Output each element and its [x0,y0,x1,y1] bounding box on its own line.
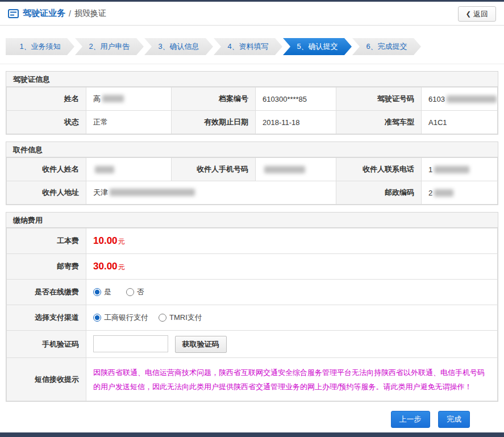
sms-code-label: 手机验证码 [7,331,86,358]
back-arrow-icon: ❮ [466,10,471,18]
recipient-phone-value: 1 [422,158,498,181]
table-row: 姓名 高 档案编号 610300****85 驾驶证号码 6103 [7,88,498,111]
production-fee-amount: 10.00 [93,235,118,246]
file-no-label: 档案编号 [172,88,256,111]
payment-channel-tmri-radio[interactable] [159,314,166,322]
sms-notice-text: 因陕西省联通、电信运营商技术问题，陕西省互联网交通安全综合服务管理平台无法向持陕… [86,358,498,401]
table-row: 工本费 10.00元 [7,228,498,254]
step-wizard: 1、业务须知 2、用户申告 3、确认信息 4、资料填写 5、确认提交 6、完成提… [0,26,504,64]
step-1-business-notice: 1、业务须知 [6,38,74,55]
back-button-label: 返回 [473,9,488,19]
postal-code-value-text: 2 [428,189,432,197]
step-6-complete-submit: 6、完成提交 [352,38,421,55]
sms-notice-label: 短信接收提示 [7,358,86,401]
fees-section: 缴纳费用 工本费 10.00元 邮寄费 30.00元 是否在线缴费 [6,212,498,402]
table-row: 是否在线缴费 是 否 [7,280,498,305]
fees-title: 缴纳费用 [6,213,498,228]
license-no-value: 6103 [422,88,498,111]
step-2-user-declaration: 2、用户申告 [75,38,144,55]
online-payment-label: 是否在线缴费 [7,280,86,305]
recipient-name-value [86,158,172,181]
table-row: 状态 正常 有效期止日期 2018-11-18 准驾车型 A1C1 [7,111,498,134]
online-payment-options: 是 否 [86,280,498,305]
license-info-title: 驾驶证信息 [6,72,498,87]
expiry-value: 2018-11-18 [256,111,336,134]
header: 驾驶证业务 / 损毁换证 ❮ 返回 [0,2,504,26]
redacted-blur [447,95,497,103]
payment-channel-icbc-option[interactable]: 工商银行支付 [93,313,148,323]
expiry-label: 有效期止日期 [172,111,256,134]
online-payment-no-radio[interactable] [126,288,134,296]
pickup-info-table: 收件人姓名 收件人手机号码 收件人联系电话 1 收件人地址 天津 邮政编码 2 [6,157,498,205]
production-fee-value: 10.00元 [86,228,498,254]
table-row: 手机验证码 获取验证码 [7,331,498,358]
finish-button[interactable]: 完成 [438,411,470,428]
breadcrumb-current: 损毁换证 [74,9,106,19]
postal-code-value: 2 [422,181,498,205]
postage-fee-value: 30.00元 [86,254,498,280]
name-value-text: 高 [93,94,101,103]
file-no-value: 610300****85 [256,88,336,111]
table-row: 邮寄费 30.00元 [7,254,498,280]
footer-actions: 上一步 完成 [0,411,470,428]
postage-fee-label: 邮寄费 [7,254,86,280]
license-no-value-text: 6103 [428,95,445,103]
pickup-info-title: 取件信息 [6,142,498,157]
back-button[interactable]: ❮ 返回 [458,6,496,22]
name-label: 姓名 [7,88,86,111]
recipient-name-label: 收件人姓名 [7,158,86,181]
recipient-address-value: 天津 [86,181,336,205]
redacted-blur [102,95,124,102]
recipient-mobile-value [256,158,336,181]
license-info-table: 姓名 高 档案编号 610300****85 驾驶证号码 6103 状态 正常 … [6,87,498,134]
redacted-blur [110,189,195,196]
postal-code-label: 邮政编码 [336,181,422,205]
status-label: 状态 [7,111,86,134]
breadcrumb-separator: / [69,9,71,18]
online-payment-yes-option[interactable]: 是 [93,287,111,297]
table-row: 收件人姓名 收件人手机号码 收件人联系电话 1 [7,158,498,181]
payment-channel-options: 工商银行支付 TMRI支付 [86,305,498,331]
redacted-blur [95,166,114,173]
fees-table: 工本费 10.00元 邮寄费 30.00元 是否在线缴费 是 [6,228,498,401]
redacted-blur [264,166,305,173]
recipient-phone-label: 收件人联系电话 [336,158,422,181]
payment-channel-icbc-label: 工商银行支付 [104,313,148,323]
table-row: 收件人地址 天津 邮政编码 2 [7,181,498,205]
license-no-label: 驾驶证号码 [336,88,422,111]
payment-channel-tmri-label: TMRI支付 [169,313,202,323]
postage-fee-amount: 30.00 [93,261,118,272]
payment-channel-tmri-option[interactable]: TMRI支付 [159,313,202,323]
license-info-section: 驾驶证信息 姓名 高 档案编号 610300****85 驾驶证号码 6103 … [6,71,498,135]
step-5-confirm-submit-active: 5、确认提交 [283,38,352,55]
sms-code-field: 获取验证码 [86,331,498,358]
online-payment-yes-radio[interactable] [93,288,101,296]
redacted-blur [434,166,469,173]
postage-fee-unit: 元 [118,263,125,271]
table-row: 选择支付渠道 工商银行支付 TMRI支付 [7,305,498,331]
online-payment-yes-label: 是 [104,287,111,297]
status-value: 正常 [86,111,172,134]
table-row: 短信接收提示 因陕西省联通、电信运营商技术问题，陕西省互联网交通安全综合服务管理… [7,358,498,401]
get-sms-code-button[interactable]: 获取验证码 [175,336,227,353]
license-business-icon [8,9,19,18]
page: 驾驶证业务 / 损毁换证 ❮ 返回 1、业务须知 2、用户申告 3、确认信息 4… [0,0,504,437]
online-payment-no-label: 否 [137,287,144,297]
recipient-address-label: 收件人地址 [7,181,86,205]
step-3-confirm-info: 3、确认信息 [144,38,213,55]
step-4-fill-info: 4、资料填写 [214,38,282,55]
name-value: 高 [86,88,172,111]
vehicle-type-value: A1C1 [422,111,498,134]
sms-code-input[interactable] [93,335,168,352]
payment-channel-label: 选择支付渠道 [7,305,86,331]
pickup-info-section: 取件信息 收件人姓名 收件人手机号码 收件人联系电话 1 收件人地址 天津 邮政… [6,141,498,205]
recipient-address-value-text: 天津 [93,188,108,197]
vehicle-type-label: 准驾车型 [336,111,422,134]
online-payment-no-option[interactable]: 否 [126,287,144,297]
production-fee-label: 工本费 [7,228,86,254]
payment-channel-icbc-radio[interactable] [93,314,101,322]
production-fee-unit: 元 [118,238,125,245]
redacted-blur [434,189,453,197]
recipient-mobile-label: 收件人手机号码 [172,158,256,181]
previous-step-button[interactable]: 上一步 [391,411,430,428]
